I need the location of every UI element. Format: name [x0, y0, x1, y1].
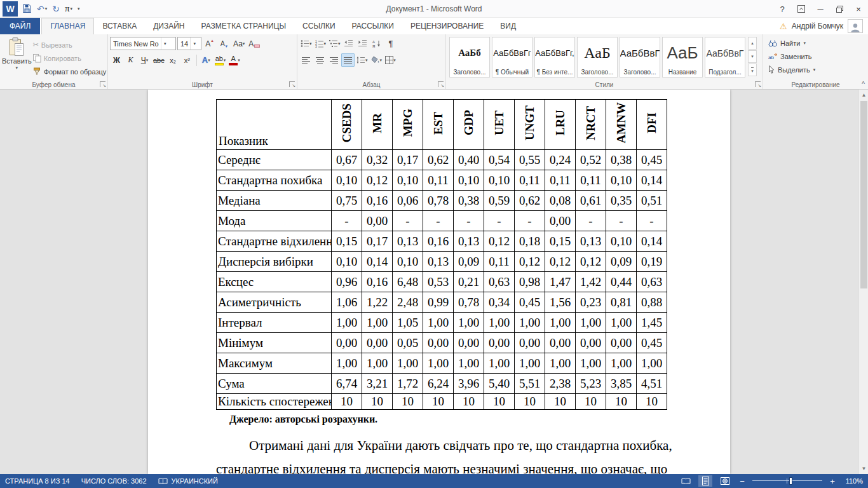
- font-dialog-launcher[interactable]: [289, 81, 295, 87]
- scroll-down-icon[interactable]: ▼: [859, 464, 868, 473]
- help-button[interactable]: ?: [773, 0, 792, 18]
- change-case-button[interactable]: Аа▾: [232, 37, 246, 50]
- vertical-scrollbar[interactable]: ▲ ▼: [858, 90, 868, 474]
- replace-button[interactable]: ab Заменить: [768, 50, 866, 63]
- close-button[interactable]: ×: [849, 0, 868, 18]
- tab-разметка-страницы[interactable]: РАЗМЕТКА СТРАНИЦЫ: [193, 18, 295, 34]
- subscript-button[interactable]: x₂: [166, 53, 180, 67]
- style-item[interactable]: АаБбВвГг¶ Обычный: [492, 37, 532, 78]
- superscript-button[interactable]: x²: [180, 53, 194, 67]
- increase-indent-button[interactable]: [356, 37, 370, 50]
- restore-button[interactable]: [830, 0, 849, 18]
- grow-font-button[interactable]: А▴: [203, 37, 216, 50]
- minimize-button[interactable]: ─: [811, 0, 830, 18]
- print-layout-button[interactable]: [698, 475, 712, 487]
- ribbon-display-options-button[interactable]: [792, 0, 811, 18]
- find-button[interactable]: Найти ▾: [768, 36, 866, 50]
- customize-qat-button[interactable]: ▾: [75, 1, 83, 17]
- decrease-indent-button[interactable]: [342, 37, 356, 50]
- zoom-slider-thumb[interactable]: [789, 477, 792, 485]
- text-effects-button[interactable]: А▾: [200, 53, 213, 67]
- tab-ссылки[interactable]: ССЫЛКИ: [294, 18, 343, 34]
- zoom-in-button[interactable]: +: [828, 477, 837, 486]
- justify-button[interactable]: [341, 53, 355, 67]
- equation-button[interactable]: π▾: [62, 1, 75, 17]
- underline-button[interactable]: Ч▾: [138, 53, 151, 67]
- page[interactable]: ПоказникCSEDSMRMPGESTGDPUETUNGTLRUNRCTAM…: [148, 90, 730, 474]
- style-item[interactable]: АаБНазвание: [662, 37, 703, 78]
- styles-scroll-down-button[interactable]: ▾: [748, 50, 757, 63]
- select-button[interactable]: Выделить ▾: [768, 63, 866, 76]
- paste-button[interactable]: Вставить ▾: [2, 36, 32, 78]
- paragraph-dialog-launcher[interactable]: [438, 81, 444, 87]
- tab-дизайн[interactable]: ДИЗАЙН: [145, 18, 193, 34]
- tab-file[interactable]: ФАЙЛ: [0, 18, 40, 34]
- sort-button[interactable]: АЯ: [370, 37, 384, 50]
- font-family-select[interactable]: Times New Ro ▾: [110, 37, 176, 50]
- avatar[interactable]: [848, 19, 863, 33]
- tab-рецензирование[interactable]: РЕЦЕНЗИРОВАНИЕ: [402, 18, 492, 34]
- redo-button[interactable]: ↻: [50, 1, 62, 17]
- scroll-up-icon[interactable]: ▲: [859, 91, 868, 99]
- tab-вставка[interactable]: ВСТАВКА: [94, 18, 145, 34]
- tab-вид[interactable]: ВИД: [492, 18, 524, 34]
- zoom-out-button[interactable]: −: [738, 477, 747, 486]
- copy-button[interactable]: Копировать: [32, 52, 108, 64]
- table-column-header: DFI: [637, 100, 667, 150]
- styles-scroll-up-button[interactable]: ▴: [748, 37, 757, 50]
- highlight-button[interactable]: ab▾: [214, 53, 227, 67]
- table-cell: 0,13: [454, 231, 484, 252]
- style-item[interactable]: АаБбВвГЗаголово...: [620, 37, 660, 78]
- proofing-icon[interactable]: [158, 478, 168, 485]
- undo-button[interactable]: ↶▾: [34, 1, 50, 17]
- tab-рассылки[interactable]: РАССЫЛКИ: [344, 18, 402, 34]
- style-item[interactable]: АаБбВвГПодзагол...: [705, 37, 745, 78]
- clipboard-dialog-launcher[interactable]: [100, 81, 105, 87]
- font-size-select[interactable]: 14 ▾: [177, 37, 201, 50]
- shrink-font-button[interactable]: А▾: [217, 37, 231, 50]
- sort-icon: АЯ: [372, 39, 381, 48]
- scrollbar-thumb[interactable]: [860, 101, 867, 288]
- show-formatting-marks-button[interactable]: ¶: [384, 37, 398, 50]
- word-count[interactable]: ЧИСЛО СЛОВ: 3062: [81, 477, 147, 485]
- table-cell: 1,42: [576, 272, 606, 292]
- line-spacing-button[interactable]: ▾: [355, 53, 369, 67]
- align-right-button[interactable]: [327, 53, 341, 67]
- style-item[interactable]: АаБбВвГг,¶ Без инте...: [534, 37, 575, 78]
- styles-dialog-launcher[interactable]: [755, 81, 761, 87]
- font-color-button[interactable]: А▾: [227, 53, 241, 67]
- window-title: Документ1 - Microsoft Word: [191, 0, 677, 18]
- document-area[interactable]: ПоказникCSEDSMRMPGESTGDPUETUNGTLRUNRCTAM…: [0, 90, 868, 474]
- word-logo-icon[interactable]: W: [3, 1, 18, 17]
- format-painter-button[interactable]: Формат по образцу: [32, 65, 108, 78]
- collapse-ribbon-button[interactable]: ^: [862, 81, 865, 88]
- up-arrow-icon: ▴: [751, 41, 754, 46]
- tab-главная[interactable]: ГЛАВНАЯ: [41, 18, 94, 34]
- styles-more-button[interactable]: ▾: [748, 64, 757, 76]
- shading-button[interactable]: ▾: [370, 53, 384, 67]
- clear-formatting-button[interactable]: А: [247, 37, 261, 50]
- format-painter-label: Формат по образцу: [44, 68, 107, 76]
- align-left-button[interactable]: [299, 53, 313, 67]
- style-item[interactable]: АаБбЗаголово...: [449, 37, 490, 78]
- bold-button[interactable]: Ж: [110, 53, 123, 67]
- zoom-level[interactable]: 110%: [843, 477, 863, 485]
- user-name[interactable]: Андрій Бомчук: [792, 22, 843, 30]
- strikethrough-button[interactable]: abc: [152, 53, 166, 67]
- bullets-button[interactable]: ▾: [299, 37, 313, 50]
- warning-icon[interactable]: ⚠: [780, 22, 787, 31]
- language-indicator[interactable]: УКРАИНСКИЙ: [172, 477, 218, 485]
- web-layout-button[interactable]: [718, 475, 732, 487]
- table-cell: 0,98: [515, 272, 545, 292]
- zoom-slider[interactable]: [752, 475, 822, 487]
- cut-button[interactable]: ✂Вырезать: [32, 39, 108, 51]
- style-item[interactable]: АаБЗаголово...: [577, 37, 618, 78]
- borders-button[interactable]: ▾: [384, 53, 397, 67]
- numbering-button[interactable]: 123 ▾: [314, 37, 328, 50]
- multilevel-list-button[interactable]: ▾: [328, 37, 342, 50]
- save-button[interactable]: [20, 1, 34, 17]
- align-center-button[interactable]: [313, 53, 327, 67]
- italic-button[interactable]: К: [124, 53, 137, 67]
- read-mode-button[interactable]: [679, 475, 693, 487]
- page-indicator[interactable]: СТРАНИЦА 8 ИЗ 14: [5, 477, 70, 485]
